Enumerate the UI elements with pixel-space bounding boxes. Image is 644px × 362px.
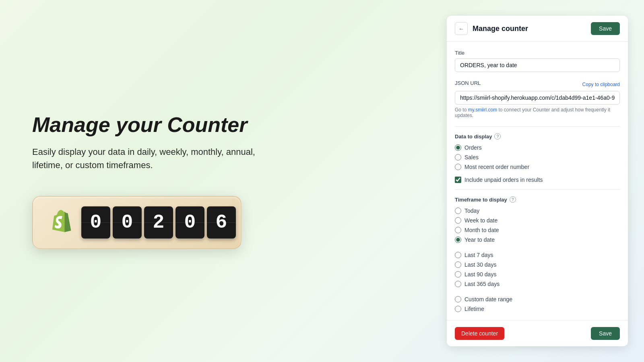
panel-title: Manage counter bbox=[473, 25, 528, 33]
url-hint: Go to my.smiirl.com to connect your Coun… bbox=[455, 107, 620, 118]
radio-custom-date[interactable]: Custom date range bbox=[455, 296, 620, 302]
digit-3: 0 bbox=[175, 206, 204, 239]
radio-most-recent-order[interactable]: Most recent order number bbox=[455, 164, 620, 170]
timeframe-spacer-2 bbox=[455, 290, 620, 293]
divider-2 bbox=[455, 189, 620, 190]
hero-subtitle: Easily display your data in daily, weekl… bbox=[32, 145, 266, 172]
data-radio-group: Orders Sales Most recent order number bbox=[455, 144, 620, 170]
url-hint-prefix: Go to bbox=[455, 107, 468, 113]
timeframe-section-title: Timeframe to display bbox=[455, 197, 507, 203]
timeframe-info-icon[interactable]: ? bbox=[510, 196, 516, 203]
timeframe-radio-group: Today Week to date Month to date Year to… bbox=[455, 208, 620, 312]
radio-last90-label: Last 90 days bbox=[464, 271, 496, 278]
digit-4: 6 bbox=[207, 206, 236, 239]
radio-sales[interactable]: Sales bbox=[455, 154, 620, 160]
digit-0: 0 bbox=[81, 206, 110, 239]
shopify-logo-icon bbox=[45, 208, 73, 237]
timeframe-section-header: Timeframe to display ? bbox=[455, 196, 620, 203]
radio-orders-label: Orders bbox=[464, 144, 482, 151]
title-input[interactable] bbox=[455, 58, 620, 72]
radio-last365-input[interactable] bbox=[455, 281, 461, 287]
radio-week-input[interactable] bbox=[455, 217, 461, 224]
left-panel: Manage your Counter Easily display your … bbox=[0, 89, 447, 273]
copy-to-clipboard-link[interactable]: Copy to clipboard bbox=[582, 82, 620, 87]
radio-lifetime-input[interactable] bbox=[455, 306, 461, 312]
save-button-bottom[interactable]: Save bbox=[591, 327, 620, 340]
radio-month-input[interactable] bbox=[455, 227, 461, 233]
digit-2: 2 bbox=[144, 206, 173, 239]
radio-sales-label: Sales bbox=[464, 154, 479, 160]
json-url-header: JSON URL Copy to clipboard bbox=[455, 80, 620, 88]
right-panel: ← Manage counter Save Title JSON URL Cop… bbox=[447, 16, 628, 346]
panel-header: ← Manage counter Save bbox=[447, 16, 628, 42]
radio-last-30[interactable]: Last 30 days bbox=[455, 261, 620, 268]
unpaid-orders-checkbox[interactable] bbox=[455, 177, 461, 183]
digit-1: 0 bbox=[113, 206, 142, 239]
hero-title: Manage your Counter bbox=[32, 113, 415, 137]
radio-last30-label: Last 30 days bbox=[464, 261, 496, 268]
radio-today-label: Today bbox=[464, 208, 479, 214]
radio-year-label: Year to date bbox=[464, 237, 495, 243]
radio-year-input[interactable] bbox=[455, 237, 461, 243]
title-label: Title bbox=[455, 50, 620, 56]
title-field-group: Title bbox=[455, 50, 620, 72]
radio-last-90[interactable]: Last 90 days bbox=[455, 271, 620, 278]
radio-lifetime-label: Lifetime bbox=[464, 306, 484, 312]
json-url-label: JSON URL bbox=[455, 80, 481, 86]
unpaid-orders-label: Include unpaid orders in results bbox=[464, 177, 543, 183]
smiirl-link[interactable]: my.smiirl.com bbox=[468, 107, 497, 113]
counter-display: 0 0 2 0 6 bbox=[32, 196, 242, 249]
radio-orders[interactable]: Orders bbox=[455, 144, 620, 151]
radio-most-recent-input[interactable] bbox=[455, 164, 461, 170]
unpaid-orders-checkbox-item[interactable]: Include unpaid orders in results bbox=[455, 177, 620, 183]
back-button[interactable]: ← bbox=[455, 22, 468, 35]
radio-month-label: Month to date bbox=[464, 227, 499, 233]
radio-most-recent-label: Most recent order number bbox=[464, 164, 529, 170]
panel-footer: Delete counter Save bbox=[447, 320, 628, 346]
json-url-input[interactable] bbox=[455, 91, 620, 105]
radio-custom-label: Custom date range bbox=[464, 296, 512, 302]
data-section-header: Data to display ? bbox=[455, 133, 620, 140]
counter-digits: 0 0 2 0 6 bbox=[81, 206, 236, 239]
radio-month-to-date[interactable]: Month to date bbox=[455, 227, 620, 233]
json-url-field-group: JSON URL Copy to clipboard Go to my.smii… bbox=[455, 80, 620, 118]
radio-last7-label: Last 7 days bbox=[464, 252, 493, 258]
data-info-icon[interactable]: ? bbox=[494, 133, 501, 140]
radio-orders-input[interactable] bbox=[455, 144, 461, 151]
back-icon: ← bbox=[458, 26, 464, 32]
radio-last-365[interactable]: Last 365 days bbox=[455, 281, 620, 287]
panel-body: Title JSON URL Copy to clipboard Go to m… bbox=[447, 42, 628, 320]
radio-lifetime[interactable]: Lifetime bbox=[455, 306, 620, 312]
radio-last30-input[interactable] bbox=[455, 261, 461, 268]
radio-today[interactable]: Today bbox=[455, 208, 620, 214]
radio-custom-input[interactable] bbox=[455, 296, 461, 302]
data-section: Data to display ? Orders Sales Most rece… bbox=[455, 133, 620, 183]
divider-1 bbox=[455, 126, 620, 127]
delete-counter-button[interactable]: Delete counter bbox=[455, 327, 504, 340]
data-section-title: Data to display bbox=[455, 134, 492, 140]
radio-year-to-date[interactable]: Year to date bbox=[455, 237, 620, 243]
radio-last365-label: Last 365 days bbox=[464, 281, 500, 287]
radio-today-input[interactable] bbox=[455, 208, 461, 214]
header-left: ← Manage counter bbox=[455, 22, 528, 35]
save-button-top[interactable]: Save bbox=[591, 22, 620, 35]
radio-last-7[interactable]: Last 7 days bbox=[455, 252, 620, 258]
radio-last7-input[interactable] bbox=[455, 252, 461, 258]
radio-week-label: Week to date bbox=[464, 217, 497, 224]
timeframe-section: Timeframe to display ? Today Week to dat… bbox=[455, 196, 620, 312]
radio-week-to-date[interactable]: Week to date bbox=[455, 217, 620, 224]
timeframe-spacer-1 bbox=[455, 246, 620, 249]
radio-sales-input[interactable] bbox=[455, 154, 461, 160]
radio-last90-input[interactable] bbox=[455, 271, 461, 278]
